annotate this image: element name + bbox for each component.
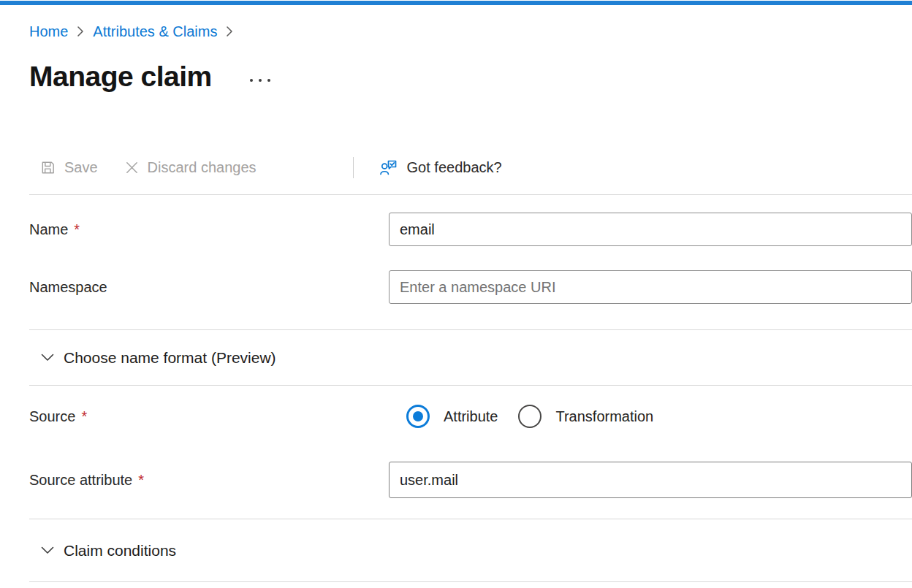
radio-option-attribute[interactable]: Attribute [406, 405, 498, 428]
namespace-field-label: Namespace [29, 279, 389, 296]
radio-button-transformation[interactable] [518, 405, 542, 428]
name-input[interactable] [389, 213, 912, 246]
source-radio-group: Attribute Transformation [406, 405, 653, 428]
manage-claim-blade: Home Attributes & Claims Manage claim Sa… [0, 22, 912, 582]
source-attribute-field-label: Source attribute * [29, 472, 389, 489]
chevron-down-icon [41, 354, 54, 362]
got-feedback-label: Got feedback? [407, 159, 502, 176]
dismiss-x-icon [124, 160, 140, 175]
radio-option-transformation[interactable]: Transformation [518, 405, 653, 428]
discard-changes-button[interactable]: Discard changes [114, 156, 267, 180]
chevron-right-icon [77, 26, 84, 37]
top-accent-bar [0, 1, 912, 5]
source-attribute-field-row: Source attribute * [29, 462, 912, 498]
namespace-input[interactable] [389, 270, 912, 304]
discard-changes-label: Discard changes [148, 159, 256, 176]
namespace-label-text: Namespace [29, 279, 107, 296]
divider [29, 385, 912, 386]
chevron-down-icon [41, 546, 54, 554]
radio-label-attribute: Attribute [444, 408, 498, 425]
name-field-row: Name * [29, 213, 912, 246]
source-attribute-label-text: Source attribute [29, 472, 132, 489]
section-claim-conditions[interactable]: Claim conditions [29, 519, 912, 581]
section-choose-name-format-label: Choose name format (Preview) [64, 349, 276, 367]
source-field-row: Source * Attribute Transformation [29, 399, 912, 434]
name-label-text: Name [29, 221, 68, 238]
radio-button-attribute[interactable] [406, 405, 430, 428]
source-label-text: Source [29, 408, 75, 425]
toolbar-separator [353, 157, 354, 178]
breadcrumb-attributes-claims-link[interactable]: Attributes & Claims [93, 22, 217, 41]
section-choose-name-format[interactable]: Choose name format (Preview) [29, 330, 912, 385]
more-options-icon[interactable] [250, 79, 270, 82]
namespace-field-row: Namespace [29, 270, 912, 304]
source-field-label: Source * [29, 408, 406, 425]
command-bar: Save Discard changes Got feedback? [29, 153, 912, 181]
name-field-label: Name * [29, 221, 389, 238]
required-asterisk: * [81, 408, 87, 425]
chevron-right-icon [226, 26, 233, 37]
title-row: Manage claim [29, 58, 912, 95]
divider [29, 194, 912, 195]
divider [29, 581, 912, 582]
feedback-person-icon [379, 158, 399, 177]
breadcrumb: Home Attributes & Claims [29, 22, 912, 41]
section-claim-conditions-label: Claim conditions [64, 542, 176, 560]
radio-label-transformation: Transformation [555, 408, 653, 425]
save-button[interactable]: Save [29, 156, 108, 180]
required-asterisk: * [74, 221, 80, 238]
required-asterisk: * [138, 472, 144, 489]
page-title: Manage claim [29, 61, 212, 93]
source-attribute-input[interactable] [389, 462, 912, 498]
got-feedback-button[interactable]: Got feedback? [368, 154, 512, 180]
save-button-label: Save [64, 159, 98, 176]
breadcrumb-home-link[interactable]: Home [29, 22, 68, 41]
save-icon [39, 159, 56, 176]
